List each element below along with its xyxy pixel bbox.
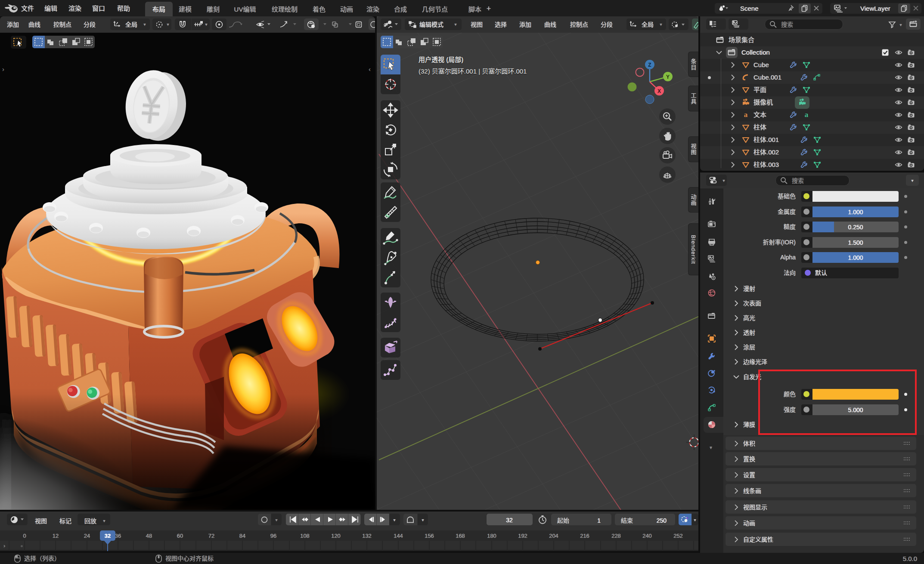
svg-text:X: X	[657, 88, 661, 94]
svg-text:‹: ‹	[369, 65, 371, 73]
svg-text:Y: Y	[666, 74, 670, 80]
svg-text:a: a	[744, 111, 748, 119]
svg-text:Z: Z	[648, 62, 651, 68]
svg-text:›: ›	[2, 65, 4, 73]
svg-text:a: a	[805, 111, 809, 119]
